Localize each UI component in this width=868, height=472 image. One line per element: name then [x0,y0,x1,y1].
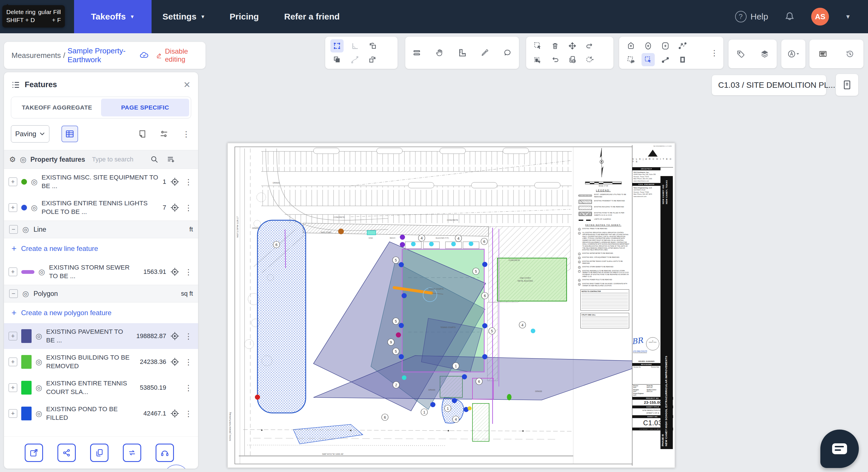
plan-sheet[interactable]: 4 4 6 5 5 6 5 5 9 5 4 2 1 6 1 1 4 6 6 [227,143,675,468]
nav-takeoffs[interactable]: Takeoffs▼ [74,0,152,33]
locate-crosshair-icon[interactable] [170,332,179,341]
support-button[interactable] [156,444,174,462]
nav-settings[interactable]: Settings▼ [162,0,205,33]
worksheet-table-tool[interactable] [816,47,830,61]
avatar[interactable]: AS [811,8,829,26]
expand-plus-icon[interactable]: + [9,203,17,212]
row-kebab-menu[interactable]: ⋮ [183,409,193,418]
feature-row-selected[interactable]: + ◎ EXISTING PAVEMENT TO BE ... 198882.8… [4,323,198,349]
magic-polyline-tool[interactable] [676,39,689,53]
match-lines-tool[interactable] [409,45,425,61]
paste-area-tool[interactable] [531,53,545,66]
sheet-panel-toggle[interactable] [836,74,858,96]
breadcrumb-root[interactable]: Measurements [11,51,61,60]
comment-tool[interactable] [499,45,516,61]
create-polygon-feature-button[interactable]: + Create a new polygon feature [4,303,198,323]
duplicate-button[interactable] [90,444,108,462]
pan-hand-tool[interactable] [431,45,447,61]
tag-tool[interactable] [734,47,747,61]
expand-plus-icon[interactable]: + [9,268,17,276]
visibility-icon[interactable]: ◎ [31,177,38,186]
expand-plus-icon[interactable]: + [9,332,17,340]
share-button[interactable] [57,444,76,462]
visibility-icon[interactable]: ◎ [38,268,45,276]
redo-tool[interactable] [583,39,596,53]
copy-to-tool[interactable] [566,53,579,66]
delete-tool[interactable] [549,39,562,53]
table-view-button[interactable] [61,126,78,142]
filter-sliders-icon[interactable] [159,130,168,138]
marquee-select-tool[interactable] [531,39,545,53]
search-input[interactable] [92,156,146,163]
visibility-icon[interactable]: ◎ [22,289,29,298]
close-icon[interactable]: ✕ [183,80,191,90]
select-tool[interactable] [330,39,344,53]
rotate-options-tool[interactable] [583,53,596,66]
node-path-tool[interactable] [659,53,672,66]
locate-crosshair-icon[interactable] [170,177,179,187]
visibility-icon[interactable]: ◎ [36,409,42,418]
visibility-icon[interactable]: ◎ [36,383,42,392]
row-kebab-menu[interactable]: ⋮ [183,268,193,276]
account-chevron-down-icon[interactable]: ▼ [845,13,851,20]
history-tool[interactable] [843,47,857,61]
feature-row[interactable]: + ◎ EXISTING POND TO BE FILLED 42467.1 ⋮ [4,401,198,427]
draw-group-kebab-menu[interactable]: ⋮ [709,48,719,57]
duplicate-tool[interactable] [330,53,344,66]
locate-crosshair-icon[interactable] [170,267,179,276]
tab-page-specific[interactable]: PAGE SPECIFIC [101,99,189,116]
expand-plus-icon[interactable]: + [9,177,17,186]
collapse-minus-icon[interactable]: − [9,289,18,298]
add-rounded-rect-tool[interactable] [659,39,672,53]
create-line-feature-button[interactable]: + Create a new line feature [4,238,198,259]
filled-rect-tool[interactable] [676,53,689,66]
search-icon[interactable] [150,156,158,164]
help-button[interactable]: ? Help [735,11,768,22]
row-kebab-menu[interactable]: ⋮ [183,177,193,187]
cut-polygon-tool[interactable] [624,53,638,66]
rotate-cw-tool[interactable] [366,53,379,66]
visibility-icon[interactable]: ◎ [36,358,42,366]
feature-row[interactable]: + ◎ EXISTING BUILDING TO BE REMOVED 2423… [4,349,198,375]
gear-icon[interactable]: ⚙ [9,155,16,164]
sheet-selector[interactable]: C1.03 / SITE DEMOLITION PL... [712,75,826,95]
export-button[interactable] [25,444,43,462]
nav-pricing[interactable]: Pricing [229,0,259,33]
expand-plus-icon[interactable]: + [9,358,17,366]
visibility-icon[interactable]: ◎ [31,203,38,212]
locate-crosshair-icon[interactable] [170,409,179,418]
row-kebab-menu[interactable]: ⋮ [183,383,193,392]
chat-launcher[interactable] [820,430,859,468]
expand-plus-icon[interactable]: + [9,383,17,392]
row-kebab-menu[interactable]: ⋮ [183,203,193,212]
text-style-tool[interactable] [787,47,800,61]
curve-tool[interactable] [348,53,361,66]
feature-row[interactable]: + ◎ EXISTING STORM SEWER TO BE ... 1563.… [4,259,198,285]
locate-crosshair-icon[interactable] [170,357,179,367]
undo-tool[interactable] [549,53,562,66]
add-polygon-tool[interactable] [624,39,638,53]
expand-plus-icon[interactable]: + [9,409,17,418]
notes-page-icon[interactable] [138,130,147,138]
visibility-icon[interactable]: ◎ [20,155,26,164]
visibility-icon[interactable]: ◎ [22,225,29,234]
row-kebab-menu[interactable]: ⋮ [183,332,193,341]
collapse-minus-icon[interactable]: − [9,225,18,234]
panel-kebab-menu[interactable]: ⋮ [181,130,191,138]
add-ellipse-tool[interactable] [642,39,655,53]
layers-tool[interactable] [758,47,771,61]
scale-ruler-tool[interactable] [454,45,470,61]
marker-tool[interactable] [477,45,493,61]
breadcrumb-current[interactable]: Sample Property- Earthwork [67,46,140,64]
add-to-list-icon[interactable] [166,155,176,164]
perpendicular-tool[interactable] [348,39,361,53]
visibility-icon[interactable]: ◎ [36,332,42,340]
rect-select-tool[interactable] [642,53,655,66]
nav-refer-a-friend[interactable]: Refer a friend [284,0,340,33]
row-kebab-menu[interactable]: ⋮ [183,358,193,367]
category-select[interactable]: Paving [11,125,50,142]
tab-takeoff-aggregate[interactable]: TAKEOFF AGGREGATE [13,99,101,116]
feature-row[interactable]: + ◎ EXISTING ENTIRE TENNIS COURT SLA... … [4,375,198,401]
move-tool[interactable] [566,39,579,53]
bell-icon[interactable] [784,11,795,22]
